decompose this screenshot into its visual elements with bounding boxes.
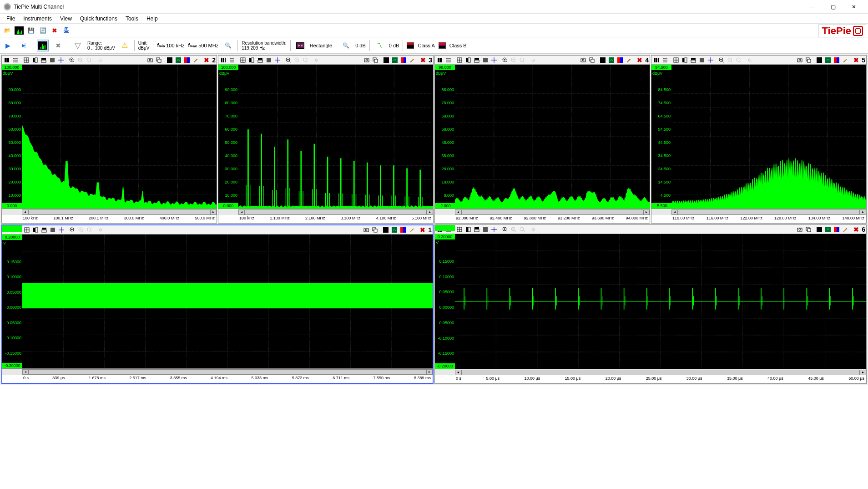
color-icon[interactable] xyxy=(833,56,841,64)
cursor-icon[interactable] xyxy=(57,226,66,234)
menu-file[interactable]: File xyxy=(3,15,19,23)
scroll-right-button[interactable]: ▸ xyxy=(643,209,650,215)
gear-icon[interactable] xyxy=(313,56,321,64)
y-axis[interactable]: 100.000 dBμV 90.00080.00070.00060.00050.… xyxy=(2,65,22,209)
dark-icon[interactable] xyxy=(815,56,823,64)
list-icon[interactable] xyxy=(228,56,236,64)
grid-icon[interactable] xyxy=(672,56,680,64)
zoom-fit-icon[interactable] xyxy=(518,56,526,64)
grid-icon[interactable] xyxy=(239,56,247,64)
layout3-icon[interactable] xyxy=(256,56,264,64)
graph-4[interactable]: ✖4 98.000 dBμV 88.00078.00068.00058.0004… xyxy=(434,55,650,224)
atten2-value[interactable]: 0 dB xyxy=(389,43,399,48)
minimize-button[interactable]: — xyxy=(802,0,823,14)
scroll-right-button[interactable]: ▸ xyxy=(426,369,433,375)
grid-icon[interactable] xyxy=(455,225,464,234)
copy-icon[interactable] xyxy=(588,56,596,64)
columns-icon[interactable] xyxy=(652,56,661,64)
grid-icon[interactable] xyxy=(22,56,30,64)
class-b-swatch[interactable] xyxy=(439,42,446,49)
menu-help[interactable]: Help xyxy=(143,15,161,23)
edit-icon[interactable] xyxy=(192,56,200,64)
gear-icon[interactable] xyxy=(746,56,754,64)
atten1-value[interactable]: 0 dB xyxy=(355,43,366,48)
close-graph-icon[interactable]: ✖ xyxy=(852,56,860,64)
gear-icon[interactable] xyxy=(529,225,537,234)
color-icon[interactable] xyxy=(833,225,841,234)
grid-icon[interactable] xyxy=(455,56,464,64)
scroll-left-button[interactable]: ◂ xyxy=(22,209,28,215)
maximize-button[interactable]: ▢ xyxy=(823,0,843,14)
plot-area[interactable] xyxy=(22,234,433,368)
plot-area[interactable] xyxy=(455,234,866,369)
close-graph-icon[interactable]: ✖ xyxy=(419,56,427,64)
layout3-icon[interactable] xyxy=(473,225,481,234)
list-icon[interactable] xyxy=(444,56,453,64)
single-shot-button[interactable] xyxy=(17,40,29,51)
zoom-fit-icon[interactable] xyxy=(85,56,93,64)
spectrum-mode-button[interactable] xyxy=(37,40,49,51)
layout4-icon[interactable] xyxy=(698,56,706,64)
plot-area[interactable] xyxy=(238,65,433,209)
color-icon[interactable] xyxy=(183,56,191,64)
plot-area[interactable] xyxy=(22,65,217,209)
zoom-out-icon[interactable] xyxy=(77,226,85,234)
layout4-icon[interactable] xyxy=(49,226,57,234)
zoom-fit-icon[interactable] xyxy=(735,56,743,64)
zoom-in-icon[interactable] xyxy=(284,56,293,64)
scroll-right-button[interactable]: ▸ xyxy=(860,370,866,375)
scroll-left-button[interactable]: ◂ xyxy=(22,369,29,375)
export-icon[interactable] xyxy=(824,225,832,234)
scroll-left-button[interactable]: ◂ xyxy=(671,209,678,215)
close-button[interactable]: ✕ xyxy=(843,0,864,14)
layout2-icon[interactable] xyxy=(464,56,472,64)
zoom-out-icon[interactable] xyxy=(76,56,85,64)
range-value[interactable]: 0 .. 100 dBμV xyxy=(87,46,115,51)
close-graph-icon[interactable]: ✖ xyxy=(202,56,211,64)
scroll-right-button[interactable]: ▸ xyxy=(427,209,433,215)
scroll-left-button[interactable]: ◂ xyxy=(238,209,245,215)
export-icon[interactable] xyxy=(174,56,182,64)
unit-value[interactable]: dBμV xyxy=(138,46,150,51)
y-axis[interactable]: 0.20000 V 0.150000.100000.050000.00000-0… xyxy=(435,234,455,369)
dark-icon[interactable] xyxy=(382,226,390,234)
snapshot-icon[interactable] xyxy=(363,56,371,64)
y-axis[interactable]: 100.000 dBμV 90.00080.00070.00060.00050.… xyxy=(218,65,238,209)
layout4-icon[interactable] xyxy=(265,56,273,64)
cursor-icon[interactable] xyxy=(490,56,498,64)
cursor-icon[interactable] xyxy=(273,56,282,64)
snapshot-icon[interactable] xyxy=(146,56,154,64)
scroll-right-button[interactable]: ▸ xyxy=(210,209,217,215)
gear-icon[interactable] xyxy=(529,56,537,64)
close-graph-icon[interactable]: ✖ xyxy=(419,226,427,234)
scroll-right-button[interactable]: ▸ xyxy=(860,209,866,215)
fmin-control[interactable]: fₘᵢₙ 100 kHz xyxy=(157,42,184,48)
channel-badge[interactable] xyxy=(2,225,22,232)
zoom-out-icon[interactable] xyxy=(726,56,734,64)
rbw-label-group[interactable]: Resolution bandwidth: 119.209 Hz xyxy=(242,41,286,51)
edit-icon[interactable] xyxy=(841,225,849,234)
class-a-swatch[interactable] xyxy=(407,42,414,49)
dark-icon[interactable] xyxy=(815,225,823,234)
y-axis[interactable]: 94.500 dBμV 84.50074.50064.50054.50044.5… xyxy=(651,65,671,209)
scroll-track[interactable] xyxy=(461,209,643,215)
zoom-in-icon[interactable] xyxy=(68,56,76,64)
menu-quick-functions[interactable]: Quick functions xyxy=(76,15,121,23)
edit-icon[interactable] xyxy=(841,56,849,64)
x-scrollbar[interactable]: ◂ ▸ xyxy=(435,369,866,375)
menu-instruments[interactable]: Instruments xyxy=(20,15,56,23)
zoom-fit-icon[interactable] xyxy=(518,225,526,234)
snapshot-icon[interactable] xyxy=(579,56,587,64)
export-icon[interactable] xyxy=(824,56,832,64)
copy-icon[interactable] xyxy=(804,225,812,234)
window-function-value[interactable]: Rectangle xyxy=(310,43,333,48)
edit-icon[interactable] xyxy=(408,226,416,234)
layout4-icon[interactable] xyxy=(481,56,490,64)
dark-icon[interactable] xyxy=(166,56,174,64)
layout2-icon[interactable] xyxy=(681,56,689,64)
snapshot-icon[interactable] xyxy=(796,56,804,64)
print-button[interactable] xyxy=(61,25,72,36)
gear-icon[interactable] xyxy=(96,226,105,234)
layout3-icon[interactable] xyxy=(40,226,48,234)
layout2-icon[interactable] xyxy=(247,56,256,64)
